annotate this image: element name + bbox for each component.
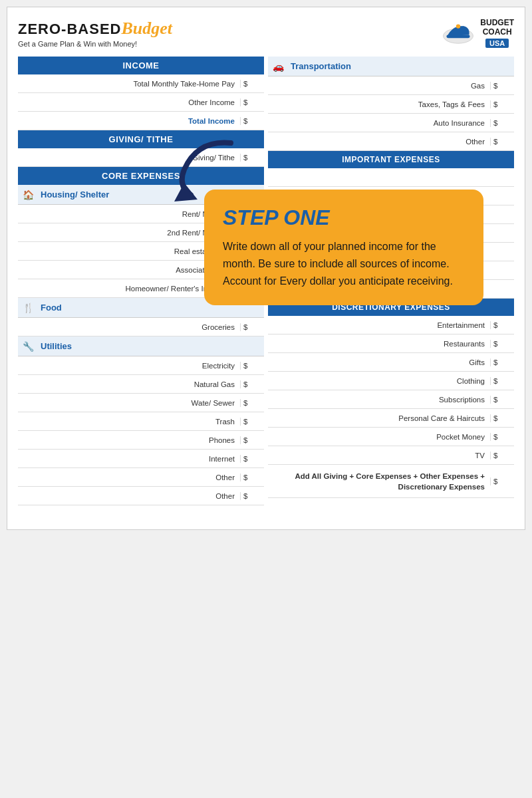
transport-dollar-1: $ xyxy=(490,82,514,90)
transport-label-2: Taxes, Tags & Fees xyxy=(268,100,490,108)
discr-dollar-1: $ xyxy=(490,321,514,329)
spacer-1 xyxy=(268,168,514,187)
discr-dollar-6: $ xyxy=(490,414,514,422)
transport-header-row: 🚗 Transportation xyxy=(268,57,514,76)
util-label-2: Natural Gas xyxy=(18,380,240,388)
hat-icon xyxy=(442,20,475,47)
util-dollar-6: $ xyxy=(240,455,264,463)
transport-header-label: Transportation xyxy=(288,61,514,71)
transport-row-4: Other $ xyxy=(268,132,514,151)
step-one-body: Write down all of your planned income fo… xyxy=(223,238,465,289)
title-zero: ZERO-BASED xyxy=(18,21,121,37)
discr-row-7: Pocket Money $ xyxy=(268,428,514,446)
transport-label-3: Auto Insurance xyxy=(268,119,490,127)
discr-label-1: Entertainment xyxy=(268,321,490,329)
util-label-1: Electricity xyxy=(18,362,240,370)
budget-grid: INCOME Total Monthly Take-Home Pay $ Oth… xyxy=(18,57,514,505)
brand-left: ZERO-BASEDBudget Get a Game Plan & Win w… xyxy=(18,19,172,48)
income-row-3: Total Income $ xyxy=(18,112,264,130)
income-label-2: Other Income xyxy=(18,98,240,106)
discr-row-3: Gifts $ xyxy=(268,353,514,372)
util-row-5: Phones $ xyxy=(18,431,264,450)
utilities-cat-row: 🔧 Utilities xyxy=(18,336,264,356)
discr-dollar-2: $ xyxy=(490,340,514,348)
util-row-1: Electricity $ xyxy=(18,356,264,375)
step-one-box: STEP ONE Write down all of your planned … xyxy=(204,190,483,305)
income-row-2: Other Income $ xyxy=(18,93,264,112)
util-label-5: Phones xyxy=(18,436,240,444)
income-dollar-3: $ xyxy=(240,117,264,125)
svg-marker-3 xyxy=(174,183,198,201)
transport-label-4: Other xyxy=(268,138,490,146)
step-one-overlay: STEP ONE Write down all of your planned … xyxy=(204,190,483,305)
discr-dollar-7: $ xyxy=(490,433,514,441)
discr-label-8: TV xyxy=(268,452,490,460)
utilities-icon: 🔧 xyxy=(18,341,38,352)
transport-row-1: Gas $ xyxy=(268,76,514,95)
util-dollar-2: $ xyxy=(240,380,264,388)
discr-row-4: Clothing $ xyxy=(268,372,514,390)
discr-label-6: Personal Care & Haircuts xyxy=(268,414,490,422)
transport-row-3: Auto Insurance $ xyxy=(268,114,514,132)
transport-icon: 🚗 xyxy=(268,61,288,72)
page: ZERO-BASEDBudget Get a Game Plan & Win w… xyxy=(7,7,525,530)
util-label-8: Other xyxy=(18,492,240,500)
brand-right-text: BUDGET COACH USA xyxy=(480,18,514,49)
food-dollar-1: $ xyxy=(240,323,264,331)
brand-budget: BUDGET xyxy=(480,18,514,27)
summary-row: Add All Giving + Core Expenses + Other E… xyxy=(268,465,514,498)
income-label-3: Total Income xyxy=(18,117,240,125)
discr-row-2: Restaurants $ xyxy=(268,334,514,353)
util-dollar-7: $ xyxy=(240,473,264,481)
important-header: IMPORTANT EXPENSES xyxy=(268,151,514,168)
discr-label-2: Restaurants xyxy=(268,340,490,348)
discr-row-1: Entertainment $ xyxy=(268,316,514,334)
util-label-3: Wate/ Sewer xyxy=(18,399,240,407)
bottom-spacer xyxy=(18,505,514,519)
svg-point-2 xyxy=(456,25,460,29)
food-label-1: Groceries xyxy=(18,323,240,331)
discr-label-7: Pocket Money xyxy=(268,433,490,441)
income-dollar-1: $ xyxy=(240,80,264,88)
util-row-2: Natural Gas $ xyxy=(18,375,264,394)
transport-row-2: Taxes, Tags & Fees $ xyxy=(268,95,514,114)
discr-dollar-3: $ xyxy=(490,358,514,366)
discr-label-4: Clothing xyxy=(268,377,490,385)
svg-rect-1 xyxy=(447,35,470,39)
discr-label-3: Gifts xyxy=(268,358,490,366)
summary-label: Add All Giving + Core Expenses + Other E… xyxy=(268,471,490,492)
util-row-7: Other $ xyxy=(18,468,264,487)
discr-row-8: TV $ xyxy=(268,446,514,465)
discr-dollar-4: $ xyxy=(490,377,514,385)
brand-usa: USA xyxy=(485,39,509,48)
income-header: INCOME xyxy=(18,57,264,74)
util-dollar-8: $ xyxy=(240,492,264,500)
transport-dollar-2: $ xyxy=(490,100,514,108)
food-row-1: Groceries $ xyxy=(18,318,264,336)
util-dollar-1: $ xyxy=(240,362,264,370)
discr-dollar-5: $ xyxy=(490,396,514,404)
income-label-1: Total Monthly Take-Home Pay xyxy=(18,80,240,88)
util-label-4: Trash xyxy=(18,418,240,426)
brand-right: BUDGET COACH USA xyxy=(442,18,514,49)
transport-dollar-4: $ xyxy=(490,138,514,146)
step-one-title: STEP ONE xyxy=(223,205,465,230)
title-budget: Budget xyxy=(121,19,172,38)
util-row-8: Other $ xyxy=(18,487,264,505)
housing-icon: 🏠 xyxy=(18,190,38,200)
transport-dollar-3: $ xyxy=(490,119,514,127)
summary-dollar: $ xyxy=(490,477,514,485)
util-dollar-4: $ xyxy=(240,418,264,426)
subtitle: Get a Game Plan & Win with Money! xyxy=(18,40,172,48)
food-icon: 🍴 xyxy=(18,303,38,313)
brand-coach: COACH xyxy=(480,27,514,37)
util-dollar-3: $ xyxy=(240,399,264,407)
discr-row-5: Subscriptions $ xyxy=(268,390,514,409)
utilities-label: Utilities xyxy=(38,341,264,351)
discr-dollar-8: $ xyxy=(490,452,514,460)
discr-row-6: Personal Care & Haircuts $ xyxy=(268,409,514,428)
income-dollar-2: $ xyxy=(240,98,264,106)
util-row-3: Wate/ Sewer $ xyxy=(18,394,264,412)
discr-label-5: Subscriptions xyxy=(268,396,490,404)
util-label-6: Internet xyxy=(18,455,240,463)
